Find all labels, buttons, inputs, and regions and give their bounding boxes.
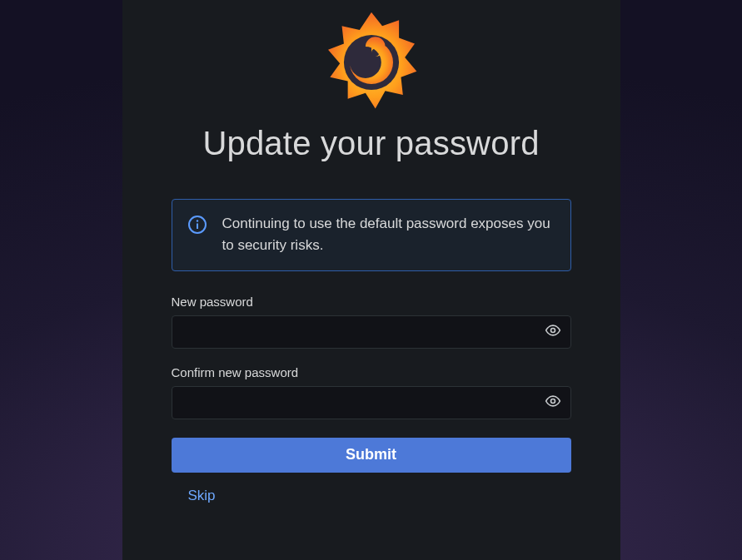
skip-link[interactable]: Skip: [188, 484, 216, 508]
info-icon: [187, 215, 207, 238]
new-password-label: New password: [172, 295, 571, 309]
grafana-logo: [321, 8, 421, 116]
new-password-field-wrap: [172, 315, 571, 349]
svg-point-4: [550, 329, 555, 333]
confirm-password-label: Confirm new password: [172, 365, 571, 379]
submit-button[interactable]: Submit: [172, 438, 571, 473]
info-message: Continuing to use the default password e…: [222, 213, 555, 257]
confirm-password-input[interactable]: [172, 386, 571, 419]
toggle-confirm-password-visibility[interactable]: [540, 389, 566, 416]
auth-panel: Update your password Continuing to use t…: [122, 0, 620, 560]
info-callout: Continuing to use the default password e…: [172, 199, 571, 271]
svg-point-5: [550, 399, 555, 404]
page-title: Update your password: [202, 125, 539, 162]
update-password-form: Continuing to use the default password e…: [172, 199, 571, 508]
toggle-new-password-visibility[interactable]: [540, 319, 566, 345]
eye-icon: [545, 322, 561, 341]
svg-point-3: [196, 220, 197, 221]
eye-icon: [545, 393, 561, 412]
confirm-password-field-wrap: [172, 386, 571, 419]
new-password-input[interactable]: [172, 315, 571, 349]
